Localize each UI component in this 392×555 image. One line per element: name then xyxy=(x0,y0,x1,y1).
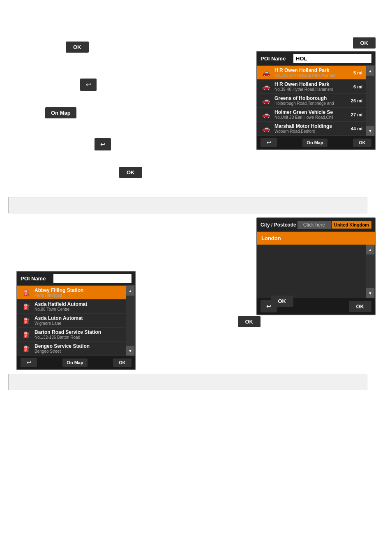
bottom-scroll-down[interactable] xyxy=(126,346,134,356)
list-item[interactable]: ⛽ Abbey Filling Station Farm Hill Road xyxy=(17,286,126,300)
top-divider xyxy=(8,33,384,33)
bottom-scrollbar xyxy=(126,286,135,356)
city-input[interactable]: Click here xyxy=(297,221,331,229)
back-button-2[interactable]: ↩ xyxy=(95,138,111,150)
city-scroll-up[interactable] xyxy=(366,245,374,254)
country-button[interactable]: United Kingdom xyxy=(332,221,371,229)
poi-panel-header: POI Name xyxy=(257,52,375,66)
city-selected[interactable]: London xyxy=(257,232,375,245)
list-item[interactable]: ⛽ Asda Luton Automat Wigmore Lane xyxy=(17,314,126,328)
ok-button-2[interactable]: OK xyxy=(119,167,142,178)
poi-footer-top: ↩ On Map OK xyxy=(257,136,375,149)
list-item[interactable]: 🚗 H R Owen Holland Park No.142-144 Holla… xyxy=(257,66,366,80)
fuel-icon: ⛽ xyxy=(21,289,32,297)
fuel-icon: ⛽ xyxy=(21,345,32,353)
onmap-button-left[interactable]: On Map xyxy=(45,107,76,118)
poi-ok-button-top[interactable]: OK xyxy=(353,139,371,147)
car-icon: 🚗 xyxy=(261,125,272,133)
poi-name-input[interactable] xyxy=(293,54,371,63)
scroll-up-button[interactable] xyxy=(366,66,374,76)
list-item[interactable]: ⛽ Asda Hatfield Automat No.98 Town Centr… xyxy=(17,300,126,314)
poi-onmap-button-bottom[interactable]: On Map xyxy=(62,358,87,367)
bottom-scroll-up[interactable] xyxy=(126,286,134,296)
poi-panel-bottom: POI Name ⛽ Abbey Filling Station Farm Hi… xyxy=(16,271,136,370)
ok-button-section2-1[interactable]: OK xyxy=(271,296,294,307)
city-panel-header: City / Postcode Click here United Kingdo… xyxy=(257,218,375,232)
info-box-bottom xyxy=(8,374,367,390)
fuel-icon: ⛽ xyxy=(21,317,32,325)
info-box-middle xyxy=(8,197,367,213)
list-item[interactable]: 🚗 H R Owen Holland Park No.39-40 Hythe R… xyxy=(257,80,366,94)
car-icon: 🚗 xyxy=(261,97,272,105)
fuel-icon: ⛽ xyxy=(21,331,32,339)
car-icon: 🚗 xyxy=(261,83,272,91)
city-label: City / Postcode xyxy=(261,222,297,228)
list-item[interactable]: ⛽ Bengeo Service Station Bengeo Street xyxy=(17,342,126,356)
car-icon: 🚗 xyxy=(261,69,272,77)
poi-name-label-bottom: POI Name xyxy=(21,275,53,282)
poi-name-label: POI Name xyxy=(261,56,293,62)
city-scrollbar xyxy=(366,245,375,298)
ok-button-section2-2[interactable]: OK xyxy=(238,316,261,327)
poi-back-button-bottom[interactable]: ↩ xyxy=(21,358,37,367)
poi-name-input-bottom[interactable] xyxy=(53,274,131,283)
poi-ok-button-bottom[interactable]: OK xyxy=(113,358,131,367)
list-item[interactable]: 🚗 Marshall Motor Holdings Woburn Road,Be… xyxy=(257,122,366,136)
poi-footer-bottom: ↩ On Map OK xyxy=(17,356,135,369)
back-button-1[interactable]: ↩ xyxy=(80,79,97,91)
fuel-icon: ⛽ xyxy=(21,303,32,311)
list-item[interactable]: 🚗 Holmer Green Vehicle Se No.Unit 20 Ear… xyxy=(257,108,366,122)
poi-panel-top: POI Name 🚗 H R Owen Holland Park No.142-… xyxy=(256,51,376,150)
poi-back-button-top[interactable]: ↩ xyxy=(261,138,277,147)
scroll-down-button[interactable] xyxy=(366,126,374,136)
car-icon: 🚗 xyxy=(261,111,272,119)
city-scroll-down[interactable] xyxy=(366,288,374,298)
poi-panel-bottom-header: POI Name xyxy=(17,272,135,286)
list-item[interactable]: 🚗 Greens of Holborough Holborough Road,T… xyxy=(257,94,366,108)
city-ok-button[interactable]: OK xyxy=(349,301,372,312)
list-item[interactable]: ⛽ Barton Road Service Station No.132-136… xyxy=(17,328,126,342)
city-list xyxy=(257,245,366,298)
scrollbar xyxy=(366,66,375,136)
ok-button-panel-top[interactable]: OK xyxy=(353,37,376,49)
ok-button-1[interactable]: OK xyxy=(66,42,89,53)
poi-onmap-button-top[interactable]: On Map xyxy=(302,139,327,147)
